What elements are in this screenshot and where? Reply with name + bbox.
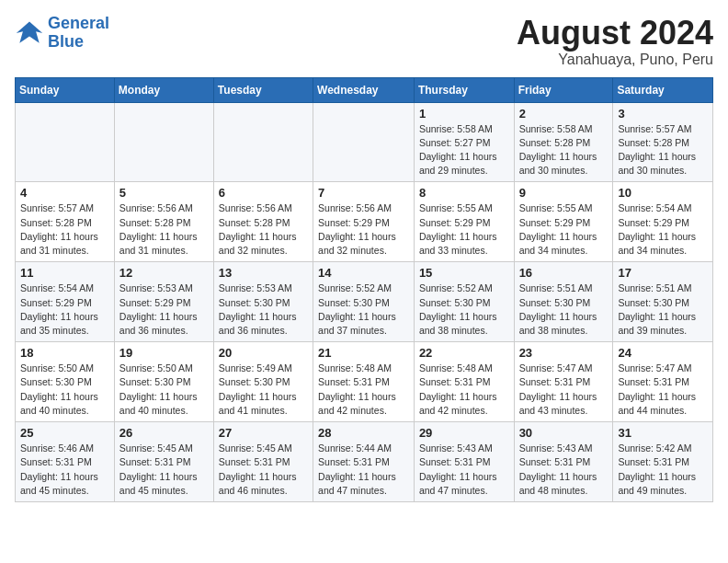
- calendar-cell: 18Sunrise: 5:50 AM Sunset: 5:30 PM Dayli…: [16, 342, 115, 422]
- day-info: Sunrise: 5:47 AM Sunset: 5:31 PM Dayligh…: [519, 362, 609, 418]
- calendar-cell: 7Sunrise: 5:56 AM Sunset: 5:29 PM Daylig…: [313, 182, 415, 262]
- calendar-cell: 9Sunrise: 5:55 AM Sunset: 5:29 PM Daylig…: [514, 182, 613, 262]
- day-info: Sunrise: 5:48 AM Sunset: 5:31 PM Dayligh…: [419, 362, 509, 418]
- calendar-title: August 2024: [517, 15, 713, 52]
- day-number: 16: [519, 266, 609, 280]
- weekday-header-row: Sunday Monday Tuesday Wednesday Thursday…: [16, 77, 713, 102]
- day-number: 20: [219, 346, 308, 360]
- day-number: 26: [119, 426, 209, 440]
- day-info: Sunrise: 5:46 AM Sunset: 5:31 PM Dayligh…: [20, 442, 109, 498]
- day-info: Sunrise: 5:52 AM Sunset: 5:30 PM Dayligh…: [318, 282, 409, 338]
- calendar-cell: 2Sunrise: 5:58 AM Sunset: 5:28 PM Daylig…: [514, 102, 613, 182]
- day-number: 8: [419, 186, 509, 200]
- calendar-subtitle: Yanahuaya, Puno, Peru: [517, 52, 713, 68]
- day-info: Sunrise: 5:50 AM Sunset: 5:30 PM Dayligh…: [119, 362, 209, 418]
- day-number: 12: [119, 266, 209, 280]
- calendar-cell: [114, 102, 213, 182]
- header-monday: Monday: [114, 77, 213, 102]
- header-wednesday: Wednesday: [313, 77, 415, 102]
- calendar-cell: [313, 102, 415, 182]
- day-info: Sunrise: 5:47 AM Sunset: 5:31 PM Dayligh…: [618, 362, 708, 418]
- calendar-cell: 11Sunrise: 5:54 AM Sunset: 5:29 PM Dayli…: [16, 262, 115, 342]
- calendar-cell: [213, 102, 313, 182]
- calendar-cell: 27Sunrise: 5:45 AM Sunset: 5:31 PM Dayli…: [213, 422, 313, 502]
- day-number: 15: [419, 266, 509, 280]
- day-number: 10: [618, 186, 708, 200]
- day-info: Sunrise: 5:56 AM Sunset: 5:29 PM Dayligh…: [318, 201, 409, 258]
- logo-icon: [15, 18, 44, 48]
- day-number: 2: [519, 107, 609, 121]
- day-info: Sunrise: 5:53 AM Sunset: 5:29 PM Dayligh…: [119, 282, 209, 338]
- header-thursday: Thursday: [414, 77, 514, 102]
- header-friday: Friday: [514, 77, 613, 102]
- logo: General Blue: [15, 15, 109, 52]
- day-number: 24: [618, 346, 708, 360]
- header-tuesday: Tuesday: [213, 77, 313, 102]
- calendar-week-1: 1Sunrise: 5:58 AM Sunset: 5:27 PM Daylig…: [16, 102, 713, 182]
- calendar-cell: 16Sunrise: 5:51 AM Sunset: 5:30 PM Dayli…: [514, 262, 613, 342]
- calendar-cell: 15Sunrise: 5:52 AM Sunset: 5:30 PM Dayli…: [414, 262, 514, 342]
- day-info: Sunrise: 5:43 AM Sunset: 5:31 PM Dayligh…: [419, 442, 509, 498]
- header-sunday: Sunday: [16, 77, 115, 102]
- calendar-cell: 4Sunrise: 5:57 AM Sunset: 5:28 PM Daylig…: [16, 182, 115, 262]
- day-info: Sunrise: 5:57 AM Sunset: 5:28 PM Dayligh…: [20, 201, 109, 258]
- day-info: Sunrise: 5:58 AM Sunset: 5:27 PM Dayligh…: [419, 122, 509, 178]
- calendar-table: Sunday Monday Tuesday Wednesday Thursday…: [15, 77, 713, 502]
- calendar-week-5: 25Sunrise: 5:46 AM Sunset: 5:31 PM Dayli…: [16, 422, 713, 502]
- calendar-cell: 26Sunrise: 5:45 AM Sunset: 5:31 PM Dayli…: [114, 422, 213, 502]
- calendar-cell: 25Sunrise: 5:46 AM Sunset: 5:31 PM Dayli…: [16, 422, 115, 502]
- page-header: General Blue August 2024 Yanahuaya, Puno…: [15, 15, 713, 68]
- calendar-cell: 1Sunrise: 5:58 AM Sunset: 5:27 PM Daylig…: [414, 102, 514, 182]
- day-info: Sunrise: 5:51 AM Sunset: 5:30 PM Dayligh…: [618, 282, 708, 338]
- day-number: 9: [519, 186, 609, 200]
- day-info: Sunrise: 5:50 AM Sunset: 5:30 PM Dayligh…: [20, 362, 109, 418]
- day-info: Sunrise: 5:56 AM Sunset: 5:28 PM Dayligh…: [219, 201, 308, 258]
- calendar-week-3: 11Sunrise: 5:54 AM Sunset: 5:29 PM Dayli…: [16, 262, 713, 342]
- calendar-cell: 12Sunrise: 5:53 AM Sunset: 5:29 PM Dayli…: [114, 262, 213, 342]
- calendar-cell: 28Sunrise: 5:44 AM Sunset: 5:31 PM Dayli…: [313, 422, 415, 502]
- day-number: 23: [519, 346, 609, 360]
- day-info: Sunrise: 5:48 AM Sunset: 5:31 PM Dayligh…: [318, 362, 409, 418]
- day-number: 17: [618, 266, 708, 280]
- day-info: Sunrise: 5:49 AM Sunset: 5:30 PM Dayligh…: [219, 362, 308, 418]
- calendar-cell: 3Sunrise: 5:57 AM Sunset: 5:28 PM Daylig…: [613, 102, 713, 182]
- calendar-cell: 24Sunrise: 5:47 AM Sunset: 5:31 PM Dayli…: [613, 342, 713, 422]
- day-number: 18: [20, 346, 109, 360]
- day-info: Sunrise: 5:43 AM Sunset: 5:31 PM Dayligh…: [519, 442, 609, 498]
- day-info: Sunrise: 5:42 AM Sunset: 5:31 PM Dayligh…: [618, 442, 708, 498]
- svg-marker-0: [17, 21, 42, 42]
- calendar-cell: 14Sunrise: 5:52 AM Sunset: 5:30 PM Dayli…: [313, 262, 415, 342]
- day-number: 27: [219, 426, 308, 440]
- day-info: Sunrise: 5:45 AM Sunset: 5:31 PM Dayligh…: [219, 442, 308, 498]
- calendar-cell: 23Sunrise: 5:47 AM Sunset: 5:31 PM Dayli…: [514, 342, 613, 422]
- day-number: 21: [318, 346, 409, 360]
- day-info: Sunrise: 5:54 AM Sunset: 5:29 PM Dayligh…: [618, 201, 708, 258]
- day-info: Sunrise: 5:44 AM Sunset: 5:31 PM Dayligh…: [318, 442, 409, 498]
- calendar-cell: 29Sunrise: 5:43 AM Sunset: 5:31 PM Dayli…: [414, 422, 514, 502]
- day-number: 19: [119, 346, 209, 360]
- day-info: Sunrise: 5:55 AM Sunset: 5:29 PM Dayligh…: [519, 201, 609, 258]
- day-number: 25: [20, 426, 109, 440]
- day-number: 14: [318, 266, 409, 280]
- day-info: Sunrise: 5:55 AM Sunset: 5:29 PM Dayligh…: [419, 201, 509, 258]
- day-number: 11: [20, 266, 109, 280]
- calendar-cell: [16, 102, 115, 182]
- calendar-cell: 20Sunrise: 5:49 AM Sunset: 5:30 PM Dayli…: [213, 342, 313, 422]
- calendar-cell: 5Sunrise: 5:56 AM Sunset: 5:28 PM Daylig…: [114, 182, 213, 262]
- header-saturday: Saturday: [613, 77, 713, 102]
- calendar-cell: 17Sunrise: 5:51 AM Sunset: 5:30 PM Dayli…: [613, 262, 713, 342]
- day-number: 28: [318, 426, 409, 440]
- title-block: August 2024 Yanahuaya, Puno, Peru: [517, 15, 713, 68]
- calendar-cell: 6Sunrise: 5:56 AM Sunset: 5:28 PM Daylig…: [213, 182, 313, 262]
- day-info: Sunrise: 5:51 AM Sunset: 5:30 PM Dayligh…: [519, 282, 609, 338]
- calendar-cell: 21Sunrise: 5:48 AM Sunset: 5:31 PM Dayli…: [313, 342, 415, 422]
- day-info: Sunrise: 5:45 AM Sunset: 5:31 PM Dayligh…: [119, 442, 209, 498]
- calendar-week-4: 18Sunrise: 5:50 AM Sunset: 5:30 PM Dayli…: [16, 342, 713, 422]
- day-number: 6: [219, 186, 308, 200]
- calendar-week-2: 4Sunrise: 5:57 AM Sunset: 5:28 PM Daylig…: [16, 182, 713, 262]
- day-number: 29: [419, 426, 509, 440]
- day-number: 3: [618, 107, 708, 121]
- calendar-cell: 10Sunrise: 5:54 AM Sunset: 5:29 PM Dayli…: [613, 182, 713, 262]
- day-number: 4: [20, 186, 109, 200]
- day-number: 7: [318, 186, 409, 200]
